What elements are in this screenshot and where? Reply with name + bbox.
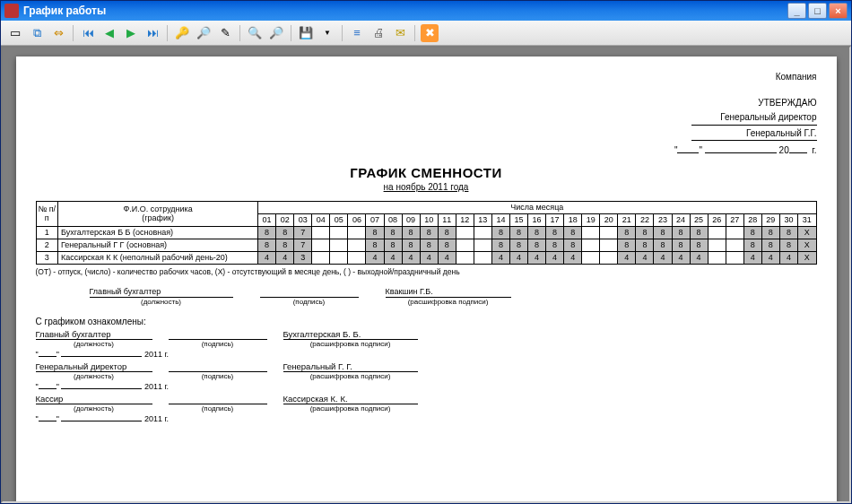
day-cell: 3 [294, 251, 312, 264]
day-header: 08 [384, 213, 402, 226]
day-cell: 8 [618, 239, 636, 251]
tb-print-icon[interactable]: 🖨 [369, 24, 387, 42]
tb-email-icon[interactable]: ✉ [391, 24, 409, 42]
separator [239, 25, 240, 41]
day-header: 25 [690, 213, 708, 226]
day-cell [474, 251, 491, 264]
familiar-role: Генеральный директор [36, 361, 152, 372]
maximize-button[interactable]: □ [808, 3, 827, 19]
day-cell: 8 [779, 239, 797, 251]
day-cell: 8 [761, 239, 779, 251]
document-subtitle: на ноябрь 2011 года [36, 182, 817, 192]
day-header: 22 [636, 213, 654, 226]
day-header: 31 [797, 213, 816, 226]
day-cell: 8 [402, 226, 420, 239]
day-cell [708, 239, 726, 251]
tb-list-icon[interactable]: ≡ [348, 24, 366, 42]
day-header: 30 [779, 213, 797, 226]
day-cell: X [797, 251, 816, 264]
tb-exit-icon[interactable]: ✖ [421, 24, 439, 42]
day-cell: 8 [366, 226, 384, 239]
preview-viewport[interactable]: Компания УТВЕРЖДАЮ Генеральный директор … [1, 46, 851, 503]
day-header: 15 [509, 213, 527, 226]
tb-save-dropdown-icon[interactable]: ▼ [318, 24, 336, 42]
col-number: № п/п [36, 201, 58, 226]
tb-first-page-icon[interactable]: ⏮ [79, 24, 97, 42]
day-cell: 8 [402, 239, 420, 251]
day-cell: 8 [672, 226, 690, 239]
day-cell [582, 226, 600, 239]
day-cell: 4 [672, 251, 690, 264]
day-cell [708, 226, 726, 239]
day-cell: 8 [636, 226, 654, 239]
day-cell: 8 [276, 239, 294, 251]
tb-facing-pages-icon[interactable]: ⧉ [28, 24, 46, 42]
day-cell [456, 251, 474, 264]
day-cell: 4 [618, 251, 636, 264]
day-cell: 8 [491, 226, 509, 239]
day-cell: 4 [690, 251, 708, 264]
day-cell: 8 [564, 226, 582, 239]
approver-position: Генеральный директор [691, 111, 817, 126]
row-number: 1 [36, 226, 58, 239]
day-cell: 8 [438, 226, 456, 239]
day-cell [474, 239, 491, 251]
day-cell: 8 [258, 239, 276, 251]
day-cell: 4 [761, 251, 779, 264]
day-cell: 4 [779, 251, 797, 264]
day-header: 23 [654, 213, 672, 226]
day-cell: 8 [384, 226, 402, 239]
tb-prev-page-icon[interactable]: ◀ [100, 24, 118, 42]
day-cell [348, 226, 366, 239]
separator [342, 25, 343, 41]
tb-zoom-minus-icon[interactable]: 🔎 [267, 24, 285, 42]
tb-save-icon[interactable]: 💾 [297, 24, 315, 42]
sig-name: Квакшин Г.Б. [386, 287, 511, 298]
minimize-button[interactable]: _ [787, 3, 806, 19]
tb-single-page-icon[interactable]: ▭ [6, 24, 24, 42]
day-cell: 8 [528, 226, 546, 239]
tb-zoom-out-icon[interactable]: 🔎 [195, 24, 213, 42]
toolbar: ▭ ⧉ ⇔ ⏮ ◀ ▶ ⏭ 🔑 🔎 ✎ 🔍 🔎 💾 ▼ ≡ 🖨 ✉ ✖ [1, 21, 851, 46]
tb-zoom-in-icon[interactable]: 🔑 [173, 24, 191, 42]
day-header: 04 [312, 213, 330, 226]
tb-last-page-icon[interactable]: ⏭ [143, 24, 161, 42]
day-header: 06 [348, 213, 366, 226]
day-cell [726, 226, 743, 239]
day-cell [726, 251, 743, 264]
day-cell: 8 [528, 239, 546, 251]
day-header: 12 [456, 213, 474, 226]
day-cell [474, 226, 491, 239]
day-cell [582, 239, 600, 251]
close-button[interactable]: × [829, 3, 848, 19]
day-header: 16 [528, 213, 546, 226]
day-cell: 7 [294, 239, 312, 251]
legend-text: (ОТ) - отпуск, (число) - количество рабо… [36, 267, 817, 276]
day-header: 20 [600, 213, 618, 226]
separator [414, 25, 415, 41]
day-cell [456, 239, 474, 251]
day-cell: 4 [546, 251, 564, 264]
tb-fit-width-icon[interactable]: ⇔ [49, 24, 67, 42]
row-number: 3 [36, 251, 58, 264]
day-cell [600, 226, 618, 239]
day-cell: 8 [276, 226, 294, 239]
familiar-title: С графиком ознакомлены: [36, 317, 817, 326]
day-cell: 8 [258, 226, 276, 239]
approver-name: Генеральный Г.Г. [691, 127, 817, 142]
day-cell: 8 [690, 226, 708, 239]
day-cell [600, 239, 618, 251]
day-header: 26 [708, 213, 726, 226]
day-cell: 8 [509, 226, 527, 239]
tb-next-page-icon[interactable]: ▶ [122, 24, 140, 42]
sig-role: Главный бухгалтер [90, 287, 233, 298]
familiar-section: С графиком ознакомлены: Главный бухгалте… [36, 317, 817, 423]
day-cell [600, 251, 618, 264]
day-cell: 8 [654, 239, 672, 251]
signature-block: Главный бухгалтер (должность) (подпись) … [36, 287, 817, 306]
tb-zoom-plus-icon[interactable]: 🔍 [246, 24, 264, 42]
day-cell: 8 [366, 239, 384, 251]
employee-name: Кассирская К К (неполный рабочий день-20… [58, 251, 258, 264]
tb-edit-icon[interactable]: ✎ [216, 24, 234, 42]
day-cell: 8 [438, 239, 456, 251]
